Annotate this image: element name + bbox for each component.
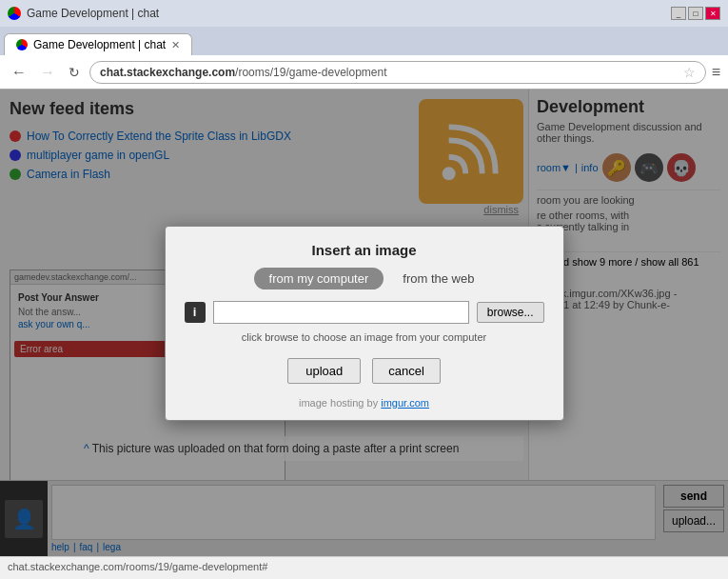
browse-button[interactable]: browse... [477,302,544,323]
tab-bar: Game Development | chat ✕ [0,27,728,55]
file-row: i browse... [166,301,563,331]
favicon [8,7,21,20]
modal-title: Insert an image [166,227,563,268]
nav-bar: ← → ↻ chat.stackexchange.com/rooms/19/ga… [0,55,728,90]
back-button[interactable]: ← [8,62,30,83]
refresh-button[interactable]: ↻ [65,63,84,82]
modal-hint: click browse to choose an image from you… [166,331,563,352]
browser-window: Game Development | chat _ □ ✕ Game Devel… [0,0,728,90]
close-button[interactable]: ✕ [705,7,720,20]
active-tab[interactable]: Game Development | chat ✕ [4,33,192,55]
hint-text: click browse to choose an image from you… [242,331,486,343]
status-url: chat.stackexchange.com/rooms/19/game-dev… [8,561,267,572]
address-bar[interactable]: chat.stackexchange.com/rooms/19/game-dev… [89,61,706,84]
minimize-button[interactable]: _ [671,7,686,20]
modal-actions: upload cancel [166,352,563,393]
title-text: Game Development | chat [27,7,159,20]
insert-image-modal: Insert an image from my computer from th… [165,226,564,421]
tab-from-web[interactable]: from the web [403,271,474,286]
footer-text: image hosting by [299,397,378,409]
cancel-button[interactable]: cancel [372,358,441,384]
url-path: /rooms/19/game-development [235,66,386,79]
file-path-input[interactable] [213,301,469,324]
url-host: chat.stackexchange.com [100,66,235,79]
tab-favicon [16,39,28,50]
maximize-button[interactable]: □ [688,7,703,20]
tab-close-button[interactable]: ✕ [171,39,180,51]
tab-from-computer[interactable]: from my computer [254,268,384,290]
page-content: New feed items How To Correctly Extend t… [0,90,728,556]
menu-icon[interactable]: ≡ [712,64,720,81]
window-controls: _ □ ✕ [671,7,720,20]
forward-button[interactable]: → [36,62,59,83]
modal-overlay: Insert an image from my computer from th… [0,90,728,556]
modal-footer: image hosting by imgur.com [166,393,563,420]
imgur-link[interactable]: imgur.com [381,397,429,409]
modal-tabs: from my computer from the web [166,268,563,301]
tab-label: Game Development | chat [33,38,166,51]
status-bar: chat.stackexchange.com/rooms/19/game-dev… [0,556,728,575]
upload-button[interactable]: upload [287,358,361,384]
bookmark-icon[interactable]: ☆ [683,65,696,80]
url-display: chat.stackexchange.com/rooms/19/game-dev… [100,66,679,79]
title-bar: Game Development | chat _ □ ✕ [0,0,728,27]
info-icon: i [185,302,206,323]
